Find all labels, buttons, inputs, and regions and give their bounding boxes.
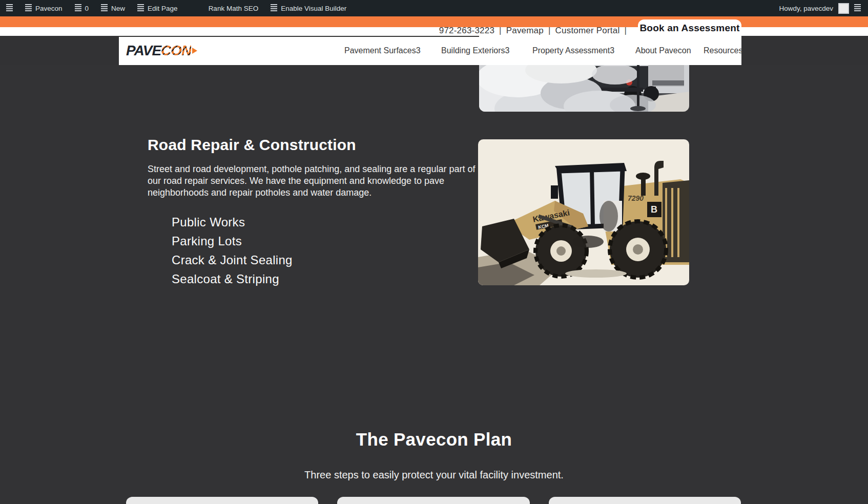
wp-admin-bar-right: Howdy, pavecdev: [779, 0, 868, 16]
edit-page-label: Edit Page: [148, 5, 178, 12]
comments-count: 0: [85, 5, 89, 12]
wordpress-logo-icon: [6, 4, 13, 12]
wp-admin-bar-left: Pavecon 0 New Edit Page Rank Math SEO En…: [0, 0, 353, 16]
wp-admin-bar: Pavecon 0 New Edit Page Rank Math SEO En…: [0, 0, 868, 16]
user-avatar[interactable]: [838, 3, 849, 14]
rank-math-menu[interactable]: Rank Math SEO: [202, 0, 265, 16]
site-name-menu[interactable]: Pavecon: [19, 0, 69, 16]
new-content-menu[interactable]: New: [95, 0, 131, 16]
nav-item-building-exteriors[interactable]: Building Exteriors3: [441, 36, 509, 65]
logo-text-con: CON: [161, 43, 191, 59]
new-label: New: [111, 5, 125, 12]
page-content: Road Repair & Construction Street and ro…: [0, 65, 868, 504]
plan-step-card-3: [549, 497, 741, 504]
book-assessment-label: Book an Assessment: [639, 23, 739, 34]
edit-icon: [137, 4, 144, 12]
services-paragraph: Street and road development, pothole pat…: [148, 163, 480, 199]
house-icon: [25, 4, 32, 12]
book-assessment-button[interactable]: Book an Assessment: [638, 19, 741, 37]
plan-step-card-2: [337, 497, 530, 504]
customer-portal-link[interactable]: Customer Portal: [555, 26, 620, 36]
main-header: PAVECON Pavement Surfaces3 Building Exte…: [119, 36, 741, 65]
browser-viewport: Pavecon 0 New Edit Page Rank Math SEO En…: [0, 0, 868, 504]
edit-page-menu[interactable]: Edit Page: [131, 0, 184, 16]
list-item-crack-joint-sealing: Crack & Joint Sealing: [172, 250, 293, 269]
paving-truck-photo: [479, 65, 689, 112]
comments-icon: [75, 4, 81, 12]
plus-icon: [101, 4, 108, 12]
divi-builder-icon: [271, 4, 277, 12]
plan-step-card-1: [126, 497, 318, 504]
wp-logo-menu[interactable]: [0, 0, 19, 16]
list-item-sealcoat-striping: Sealcoat & Striping: [172, 269, 293, 288]
site-name-label: Pavecon: [35, 5, 63, 12]
rank-math-label: Rank Math SEO: [209, 5, 259, 12]
howdy-label[interactable]: Howdy, pavecdev: [779, 5, 833, 12]
phone-link[interactable]: 972-263-3223: [439, 26, 494, 36]
logo-arrow-icon: [192, 48, 197, 54]
admin-menu-icon[interactable]: [854, 4, 861, 12]
plan-subtitle: Three steps to easily protect your vital…: [0, 469, 868, 481]
nav-item-resources[interactable]: Resources: [704, 36, 742, 65]
services-heading: Road Repair & Construction: [148, 136, 356, 154]
logo-text-pave: PAVE: [126, 43, 161, 59]
nav-item-property-assessment[interactable]: Property Assessment3: [532, 36, 614, 65]
nav-item-pavement-surfaces[interactable]: Pavement Surfaces3: [344, 36, 421, 65]
pavemap-link[interactable]: Pavemap: [506, 26, 544, 36]
plan-heading: The Pavecon Plan: [0, 429, 868, 450]
visual-builder-label: Enable Visual Builder: [281, 5, 346, 12]
comments-menu[interactable]: 0: [69, 0, 95, 16]
loader-badge-letter: B: [651, 204, 657, 215]
list-item-public-works: Public Works: [172, 213, 293, 232]
services-list: Public Works Parking Lots Crack & Joint …: [172, 213, 293, 288]
separator: |: [624, 26, 627, 36]
separator: |: [499, 26, 502, 36]
nav-item-about-pavecon[interactable]: About Pavecon: [635, 36, 691, 65]
utility-links: 972-263-3223 | Pavemap | Customer Portal…: [439, 25, 627, 36]
separator: |: [548, 26, 551, 36]
pavecon-logo[interactable]: PAVECON: [126, 36, 197, 65]
list-item-parking-lots: Parking Lots: [172, 232, 293, 250]
wheel-loader-photo: B 7290 Kawasaki KCM: [478, 139, 689, 285]
visual-builder-menu[interactable]: Enable Visual Builder: [264, 0, 353, 16]
